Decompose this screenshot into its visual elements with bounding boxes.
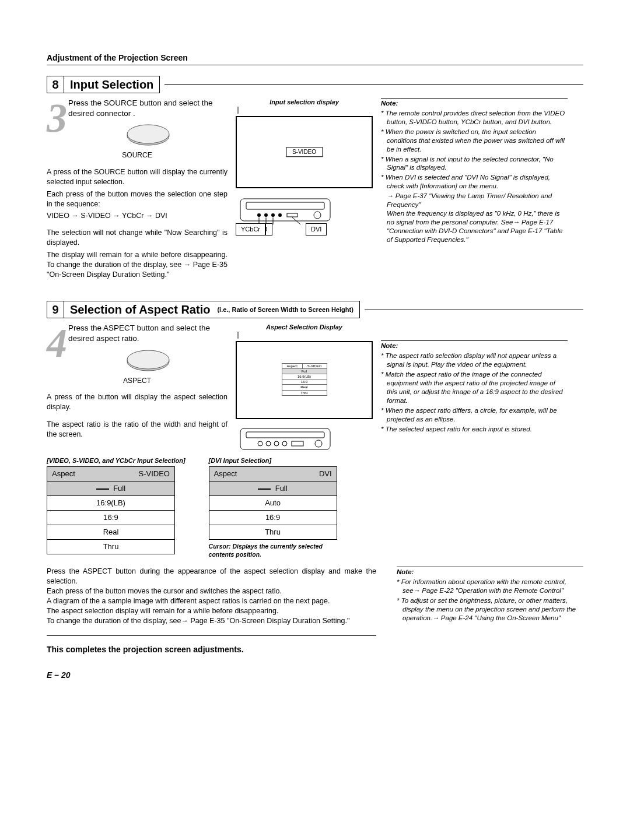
svg-point-18 — [258, 441, 262, 446]
s8-note-header: Note: — [381, 98, 568, 108]
s9-note-3: When the aspect ratio differs, a circle,… — [381, 406, 568, 424]
s9-note-b2: To adjust or set the brightness, picture… — [397, 596, 583, 623]
s8-note-4: When DVI is selected and "DVI No Signal"… — [381, 173, 568, 191]
aspect-display-screen: AspectS-VIDEO Full 16:9(LB) 16:9 Real Th… — [236, 341, 373, 419]
svg-rect-8 — [287, 213, 298, 217]
s9-p2: The aspect ratio is the ratio of the wid… — [47, 420, 228, 440]
s8-p1: A press of the SOURCE button will displa… — [47, 167, 228, 187]
s8-seq: VIDEO → S-VIDEO → YCbCr → DVI — [47, 211, 228, 221]
s9-note-2: Match the aspect ratio of the image of t… — [381, 370, 568, 405]
s8-note-ref2: When the frequency is displayed as "0 kH… — [381, 209, 568, 244]
section-9-heading: 9 Selection of Aspect Ratio (i.e., Ratio… — [47, 301, 583, 318]
s9-note-bottom-list: For information about operation with the… — [397, 578, 583, 623]
s9-bottom-4: The aspect selection display will remain… — [47, 606, 376, 616]
aspect-table-svideo: AspectS-VIDEO Full 16:9(LB) 16:9 Real Th… — [47, 466, 175, 554]
section-number-9: 9 — [47, 301, 64, 318]
s9-note-4: The selected aspect ratio for each input… — [381, 425, 568, 434]
s8-note-list: The remote control provides direct selec… — [381, 109, 568, 244]
source-button-icon — [125, 124, 172, 148]
step-number-3: 3 — [47, 104, 67, 132]
step-3-text: 3 Press the SOURCE button and select the… — [47, 98, 228, 119]
source-button-label: SOURCE — [47, 150, 228, 160]
cursor-note: Cursor: Displays the currently selected … — [209, 542, 349, 558]
s8-p3b: The display will remain for a while befo… — [47, 250, 228, 280]
step-3-body: Press the SOURCE button and select the d… — [68, 99, 213, 118]
svg-point-7 — [278, 213, 282, 217]
heading-rule-9 — [365, 310, 583, 310]
svg-point-1 — [127, 125, 169, 143]
section-title-9: Selection of Aspect Ratio — [70, 301, 210, 318]
s9-bottom-3: A diagram of the a sample image with dif… — [47, 596, 376, 606]
s9-bottom-2: Each press of the button moves the curso… — [47, 586, 376, 596]
aspect-table-dvi: AspectDVI Full Auto 16:9 Thru — [209, 466, 337, 540]
svg-point-9 — [314, 212, 321, 219]
input-display-value: S-VIDEO — [286, 147, 323, 157]
input-display-caption: Input selection display — [236, 98, 373, 107]
aspect-display-caption: Aspect Selection Display — [236, 323, 373, 332]
svg-point-23 — [315, 440, 322, 447]
svg-point-19 — [266, 441, 271, 446]
aspect-button-icon — [125, 349, 172, 374]
s8-note-ref1: → Page E-37 "Viewing the Lamp Timer/ Res… — [381, 192, 568, 209]
s9-note-1: The aspect ratio selection display will … — [381, 352, 568, 369]
projector-diagram-2 — [236, 425, 373, 453]
s9-p1: A press of the button will display the a… — [47, 392, 228, 412]
page-header: Adjustment of the Projection Screen — [47, 52, 583, 65]
section-8-heading: 8 Input Selection — [47, 76, 583, 93]
s8-p3a: The selection will not change while "Now… — [47, 228, 228, 248]
s8-p2: Each press of the button moves the selec… — [47, 189, 228, 209]
svg-point-20 — [274, 441, 279, 446]
section-title: Input Selection — [64, 76, 160, 93]
s9-note-list: The aspect ratio selection display will … — [381, 352, 568, 433]
port-ycbcr-label: YCbCr — [236, 223, 265, 236]
section-number: 8 — [47, 76, 64, 93]
svg-point-4 — [257, 213, 261, 217]
s9-bottom-5: To change the duration of the display, s… — [47, 616, 376, 626]
aspect-table-left-caption: [VIDEO, S-VIDEO, and YCbCr Input Selecti… — [47, 456, 186, 465]
svg-point-15 — [127, 350, 169, 369]
projector-diagram — [236, 195, 373, 224]
heading-rule — [164, 84, 583, 85]
s8-note-3: When a signal is not input to the select… — [381, 155, 568, 173]
port-dvi-label: DVI — [306, 223, 327, 236]
s8-note-2: When the power is switched on, the input… — [381, 128, 568, 154]
s9-note-header: Note: — [381, 340, 568, 350]
step-4-body: Press the ASPECT button and select the d… — [68, 324, 210, 343]
s9-note-bottom-header: Note: — [397, 567, 583, 577]
s8-note-1: The remote control provides direct selec… — [381, 109, 568, 126]
aspect-mini-menu: AspectS-VIDEO Full 16:9(LB) 16:9 Real Th… — [281, 363, 327, 396]
step-4-text: 4 Press the ASPECT button and select the… — [47, 323, 228, 344]
caret-icon — [236, 107, 373, 114]
completion-text: This completes the projection screen adj… — [47, 644, 376, 655]
s9-note-b1: For information about operation with the… — [397, 578, 583, 595]
svg-point-5 — [264, 213, 268, 217]
section-subtitle-9: (i.e., Ratio of Screen Width to Screen H… — [214, 301, 353, 318]
svg-rect-22 — [292, 441, 303, 446]
svg-point-21 — [282, 441, 287, 446]
svg-rect-17 — [246, 432, 324, 438]
aspect-button-label: ASPECT — [47, 376, 228, 385]
caret-icon-2 — [236, 332, 373, 339]
divider-line — [47, 635, 376, 636]
page-number: E – 20 — [47, 670, 583, 681]
s9-bottom-1: Press the ASPECT button during the appea… — [47, 567, 376, 586]
input-display-screen: S-VIDEO — [236, 116, 373, 188]
svg-point-6 — [271, 213, 275, 217]
aspect-table-right-caption: [DVI Input Selection] — [209, 456, 349, 465]
step-number-4: 4 — [47, 329, 67, 357]
svg-rect-3 — [246, 202, 324, 209]
